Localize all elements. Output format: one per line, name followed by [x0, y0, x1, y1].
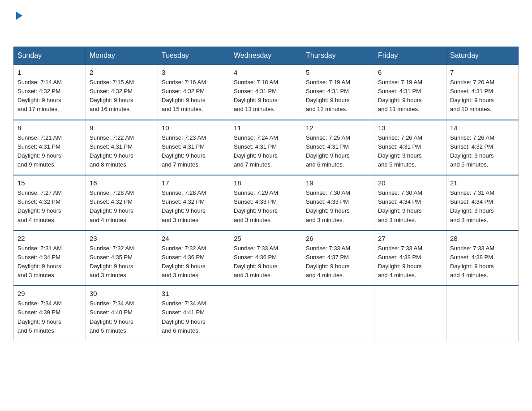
- day-info: Sunrise: 7:20 AM Sunset: 4:31 PM Dayligh…: [450, 78, 515, 114]
- day-info: Sunrise: 7:33 AM Sunset: 4:38 PM Dayligh…: [378, 244, 442, 280]
- calendar-cell: 16 Sunrise: 7:28 AM Sunset: 4:32 PM Dayl…: [86, 175, 158, 231]
- day-number: 20: [378, 179, 442, 187]
- day-info: Sunrise: 7:33 AM Sunset: 4:38 PM Dayligh…: [450, 244, 515, 280]
- calendar-cell: 20 Sunrise: 7:30 AM Sunset: 4:34 PM Dayl…: [374, 175, 446, 231]
- calendar-cell: 24 Sunrise: 7:32 AM Sunset: 4:36 PM Dayl…: [158, 231, 230, 286]
- day-number: 4: [234, 68, 298, 76]
- col-header-saturday: Saturday: [446, 47, 519, 65]
- logo: [13, 9, 24, 38]
- day-info: Sunrise: 7:26 AM Sunset: 4:32 PM Dayligh…: [450, 133, 515, 170]
- col-header-sunday: Sunday: [14, 47, 86, 65]
- calendar-cell: 30 Sunrise: 7:34 AM Sunset: 4:40 PM Dayl…: [86, 286, 158, 341]
- day-number: 2: [90, 68, 154, 76]
- calendar-cell: 17 Sunrise: 7:28 AM Sunset: 4:32 PM Dayl…: [158, 175, 230, 231]
- day-number: 12: [306, 124, 370, 132]
- col-header-thursday: Thursday: [302, 47, 374, 65]
- day-number: 26: [306, 235, 370, 242]
- col-header-friday: Friday: [374, 47, 446, 65]
- calendar-week-row: 22 Sunrise: 7:31 AM Sunset: 4:34 PM Dayl…: [14, 231, 519, 286]
- calendar-cell: 5 Sunrise: 7:19 AM Sunset: 4:31 PM Dayli…: [302, 64, 374, 120]
- calendar-cell: 18 Sunrise: 7:29 AM Sunset: 4:33 PM Dayl…: [230, 175, 302, 231]
- day-info: Sunrise: 7:26 AM Sunset: 4:31 PM Dayligh…: [378, 133, 442, 170]
- calendar-cell: 10 Sunrise: 7:23 AM Sunset: 4:31 PM Dayl…: [158, 120, 230, 176]
- day-info: Sunrise: 7:30 AM Sunset: 4:34 PM Dayligh…: [378, 188, 442, 225]
- day-info: Sunrise: 7:25 AM Sunset: 4:31 PM Dayligh…: [306, 133, 370, 170]
- svg-marker-0: [16, 12, 22, 20]
- col-header-monday: Monday: [86, 47, 158, 65]
- day-number: 8: [17, 124, 82, 132]
- calendar-cell: 27 Sunrise: 7:33 AM Sunset: 4:38 PM Dayl…: [374, 231, 446, 286]
- day-info: Sunrise: 7:32 AM Sunset: 4:36 PM Dayligh…: [162, 244, 226, 280]
- day-number: 13: [378, 124, 442, 132]
- logo-arrow-icon: [14, 11, 24, 22]
- calendar-cell: 28 Sunrise: 7:33 AM Sunset: 4:38 PM Dayl…: [446, 231, 519, 286]
- day-number: 29: [17, 290, 82, 297]
- calendar-cell: 14 Sunrise: 7:26 AM Sunset: 4:32 PM Dayl…: [446, 120, 519, 176]
- calendar-cell: [230, 286, 302, 341]
- day-number: 9: [90, 124, 154, 132]
- day-info: Sunrise: 7:28 AM Sunset: 4:32 PM Dayligh…: [162, 188, 226, 225]
- day-info: Sunrise: 7:15 AM Sunset: 4:32 PM Dayligh…: [90, 78, 154, 114]
- day-number: 1: [17, 68, 82, 76]
- day-number: 16: [90, 179, 154, 187]
- day-info: Sunrise: 7:34 AM Sunset: 4:41 PM Dayligh…: [162, 299, 226, 335]
- day-info: Sunrise: 7:30 AM Sunset: 4:33 PM Dayligh…: [306, 188, 370, 225]
- calendar-cell: 19 Sunrise: 7:30 AM Sunset: 4:33 PM Dayl…: [302, 175, 374, 231]
- calendar-cell: 25 Sunrise: 7:33 AM Sunset: 4:36 PM Dayl…: [230, 231, 302, 286]
- calendar-cell: 1 Sunrise: 7:14 AM Sunset: 4:32 PM Dayli…: [14, 64, 86, 120]
- calendar-cell: [446, 286, 519, 341]
- calendar-week-row: 15 Sunrise: 7:27 AM Sunset: 4:32 PM Dayl…: [14, 175, 519, 231]
- col-header-tuesday: Tuesday: [158, 47, 230, 65]
- calendar-cell: 29 Sunrise: 7:34 AM Sunset: 4:39 PM Dayl…: [14, 286, 86, 341]
- day-info: Sunrise: 7:34 AM Sunset: 4:40 PM Dayligh…: [90, 299, 154, 335]
- calendar-cell: [374, 286, 446, 341]
- calendar-cell: 4 Sunrise: 7:18 AM Sunset: 4:31 PM Dayli…: [230, 64, 302, 120]
- day-info: Sunrise: 7:28 AM Sunset: 4:32 PM Dayligh…: [90, 188, 154, 225]
- day-info: Sunrise: 7:23 AM Sunset: 4:31 PM Dayligh…: [162, 133, 226, 170]
- day-info: Sunrise: 7:32 AM Sunset: 4:35 PM Dayligh…: [90, 244, 154, 280]
- calendar-week-row: 1 Sunrise: 7:14 AM Sunset: 4:32 PM Dayli…: [14, 64, 519, 120]
- day-number: 18: [234, 179, 298, 187]
- day-number: 31: [162, 290, 226, 297]
- calendar-cell: 8 Sunrise: 7:21 AM Sunset: 4:31 PM Dayli…: [14, 120, 86, 176]
- day-info: Sunrise: 7:22 AM Sunset: 4:31 PM Dayligh…: [90, 133, 154, 170]
- calendar-week-row: 8 Sunrise: 7:21 AM Sunset: 4:31 PM Dayli…: [14, 120, 519, 176]
- calendar-cell: 9 Sunrise: 7:22 AM Sunset: 4:31 PM Dayli…: [86, 120, 158, 176]
- day-info: Sunrise: 7:19 AM Sunset: 4:31 PM Dayligh…: [378, 78, 442, 114]
- calendar-cell: 21 Sunrise: 7:31 AM Sunset: 4:34 PM Dayl…: [446, 175, 519, 231]
- day-number: 14: [450, 124, 515, 132]
- page-header: [13, 9, 519, 38]
- calendar-table: SundayMondayTuesdayWednesdayThursdayFrid…: [13, 47, 519, 341]
- day-info: Sunrise: 7:21 AM Sunset: 4:31 PM Dayligh…: [17, 133, 82, 170]
- calendar-cell: 11 Sunrise: 7:24 AM Sunset: 4:31 PM Dayl…: [230, 120, 302, 176]
- col-header-wednesday: Wednesday: [230, 47, 302, 65]
- day-number: 6: [378, 68, 442, 76]
- calendar-cell: 12 Sunrise: 7:25 AM Sunset: 4:31 PM Dayl…: [302, 120, 374, 176]
- day-number: 3: [162, 68, 226, 76]
- day-info: Sunrise: 7:16 AM Sunset: 4:32 PM Dayligh…: [162, 78, 226, 114]
- day-number: 28: [450, 235, 515, 242]
- day-info: Sunrise: 7:33 AM Sunset: 4:37 PM Dayligh…: [306, 244, 370, 280]
- calendar-cell: 31 Sunrise: 7:34 AM Sunset: 4:41 PM Dayl…: [158, 286, 230, 341]
- calendar-cell: 2 Sunrise: 7:15 AM Sunset: 4:32 PM Dayli…: [86, 64, 158, 120]
- day-info: Sunrise: 7:18 AM Sunset: 4:31 PM Dayligh…: [234, 78, 298, 114]
- day-number: 25: [234, 235, 298, 242]
- day-number: 10: [162, 124, 226, 132]
- calendar-cell: 26 Sunrise: 7:33 AM Sunset: 4:37 PM Dayl…: [302, 231, 374, 286]
- calendar-cell: 22 Sunrise: 7:31 AM Sunset: 4:34 PM Dayl…: [14, 231, 86, 286]
- day-info: Sunrise: 7:29 AM Sunset: 4:33 PM Dayligh…: [234, 188, 298, 225]
- day-number: 27: [378, 235, 442, 242]
- day-number: 21: [450, 179, 515, 187]
- day-number: 30: [90, 290, 154, 297]
- day-number: 24: [162, 235, 226, 242]
- day-info: Sunrise: 7:19 AM Sunset: 4:31 PM Dayligh…: [306, 78, 370, 114]
- day-info: Sunrise: 7:27 AM Sunset: 4:32 PM Dayligh…: [17, 188, 82, 225]
- calendar-week-row: 29 Sunrise: 7:34 AM Sunset: 4:39 PM Dayl…: [14, 286, 519, 341]
- day-info: Sunrise: 7:31 AM Sunset: 4:34 PM Dayligh…: [17, 244, 82, 280]
- day-info: Sunrise: 7:34 AM Sunset: 4:39 PM Dayligh…: [17, 299, 82, 335]
- day-info: Sunrise: 7:31 AM Sunset: 4:34 PM Dayligh…: [450, 188, 515, 225]
- day-number: 5: [306, 68, 370, 76]
- calendar-cell: 7 Sunrise: 7:20 AM Sunset: 4:31 PM Dayli…: [446, 64, 519, 120]
- day-info: Sunrise: 7:14 AM Sunset: 4:32 PM Dayligh…: [17, 78, 82, 114]
- day-info: Sunrise: 7:33 AM Sunset: 4:36 PM Dayligh…: [234, 244, 298, 280]
